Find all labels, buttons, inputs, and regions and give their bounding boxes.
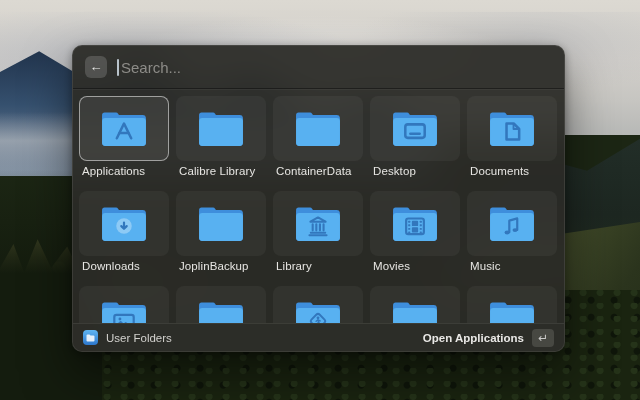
folder-label: Library [273,260,363,272]
public-folder-icon [291,297,345,324]
folder-grid-container: ApplicationsCalibre LibraryContainerData… [73,89,564,323]
folder-label: Movies [370,260,460,272]
folder-cell-music[interactable]: Music [467,191,557,286]
folder-cell-containerdata[interactable]: ContainerData [273,96,363,191]
folder-cell-hidden-10[interactable] [79,286,169,323]
folder-cell-desktop[interactable]: Desktop [370,96,460,191]
folder-label: Calibre Library [176,165,266,177]
user-folders-extension-icon [83,330,98,345]
text-caret [117,59,119,76]
plain-folder-icon [194,107,248,151]
folder-label: Documents [467,165,557,177]
plain-folder-icon [485,297,539,324]
folder-tile[interactable] [370,191,460,256]
folder-cell-hidden-12[interactable] [273,286,363,323]
downloads-folder-icon [97,202,151,246]
open-applications-action[interactable]: Open Applications [423,332,524,344]
search-bar: ← [73,46,564,89]
folder-tile[interactable] [176,286,266,323]
folder-label: Downloads [79,260,169,272]
folder-label: Desktop [370,165,460,177]
folder-cell-hidden-14[interactable] [467,286,557,323]
folder-tile[interactable] [370,96,460,161]
folder-cell-documents[interactable]: Documents [467,96,557,191]
pictures-folder-icon [97,297,151,324]
folder-label: Music [467,260,557,272]
return-key-icon[interactable]: ↵ [532,329,554,347]
plain-folder-icon [194,297,248,324]
launcher-panel: ← ApplicationsCalibre LibraryContainerDa… [72,45,565,352]
back-button[interactable]: ← [85,56,107,78]
folder-label: ContainerData [273,165,363,177]
folder-grid: ApplicationsCalibre LibraryContainerData… [79,96,558,323]
folder-cell-hidden-13[interactable] [370,286,460,323]
source-label: User Folders [106,332,172,344]
music-folder-icon [485,202,539,246]
folder-tile[interactable] [79,191,169,256]
folder-tile[interactable] [467,96,557,161]
applications-folder-icon [97,107,151,151]
folder-cell-joplinbackup[interactable]: JoplinBackup [176,191,266,286]
folder-label: Applications [79,165,169,177]
back-arrow-icon: ← [90,56,103,78]
mini-folder-icon [86,334,95,342]
search-input[interactable] [121,59,552,76]
folder-cell-calibre-library[interactable]: Calibre Library [176,96,266,191]
folder-tile[interactable] [176,191,266,256]
folder-tile[interactable] [370,286,460,323]
desktop-folder-icon [388,107,442,151]
movies-folder-icon [388,202,442,246]
folder-tile[interactable] [467,191,557,256]
library-folder-icon [291,202,345,246]
folder-cell-hidden-11[interactable] [176,286,266,323]
folder-tile[interactable] [79,96,169,161]
plain-folder-icon [194,202,248,246]
folder-tile[interactable] [176,96,266,161]
plain-folder-icon [291,107,345,151]
folder-cell-applications[interactable]: Applications [79,96,169,191]
folder-cell-movies[interactable]: Movies [370,191,460,286]
folder-tile[interactable] [467,286,557,323]
plain-folder-icon [388,297,442,324]
folder-cell-library[interactable]: Library [273,191,363,286]
folder-tile[interactable] [273,191,363,256]
action-bar: User Folders Open Applications ↵ [73,323,564,351]
folder-tile[interactable] [273,96,363,161]
folder-tile[interactable] [79,286,169,323]
folder-label: JoplinBackup [176,260,266,272]
folder-tile[interactable] [273,286,363,323]
documents-folder-icon [485,107,539,151]
folder-cell-downloads[interactable]: Downloads [79,191,169,286]
